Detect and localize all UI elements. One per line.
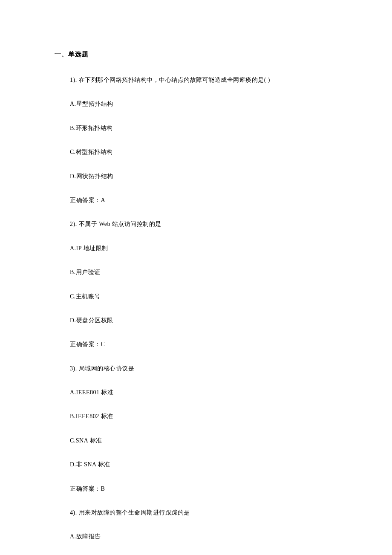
option-d: D.网状拓扑结构 [70, 172, 344, 181]
option-a: A.故障报告 [70, 532, 344, 541]
option-a: A.IP 地址限制 [70, 244, 344, 253]
question-text: 4). 用来对故障的整个生命周期进行跟踪的是 [70, 508, 344, 517]
question-text: 2). 不属于 Web 站点访问控制的是 [70, 220, 344, 229]
option-b: B.IEEE802 标准 [70, 412, 344, 421]
option-c: C.树型拓扑结构 [70, 147, 344, 157]
question-text: 3). 局域网的核心协议是 [70, 364, 344, 373]
section-title: 一、单选题 [55, 50, 344, 58]
option-b: B.环形拓扑结构 [70, 124, 344, 133]
option-c: C.SNA 标准 [70, 436, 344, 445]
answer: 正确答案：B [70, 484, 344, 494]
option-b: B.用户验证 [70, 268, 344, 277]
question-text: 1). 在下列那个网络拓扑结构中，中心结点的故障可能造成全网瘫痪的是( ) [70, 75, 344, 85]
option-d: D.非 SNA 标准 [70, 460, 344, 469]
option-c: C.主机账号 [70, 292, 344, 301]
option-a: A.星型拓扑结构 [70, 99, 344, 109]
option-d: D.硬盘分区权限 [70, 316, 344, 325]
answer: 正确答案：C [70, 340, 344, 349]
option-a: A.IEEE801 标准 [70, 388, 344, 397]
answer: 正确答案：A [70, 196, 344, 205]
